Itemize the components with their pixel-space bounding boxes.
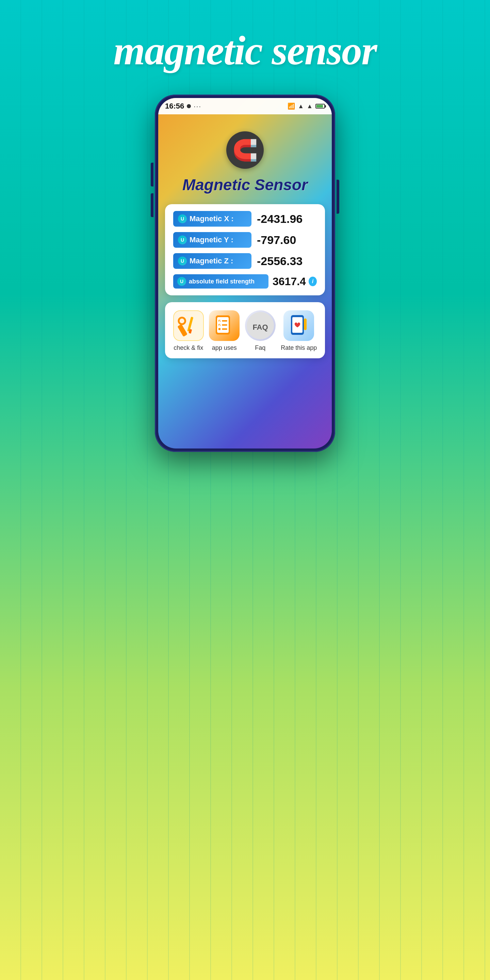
absolute-field-label: U absolute field strength bbox=[173, 274, 269, 288]
check-fix-icon bbox=[173, 310, 204, 341]
signal-icon: ▲ bbox=[298, 103, 304, 110]
app-uses-label: app uses bbox=[212, 344, 237, 352]
svg-point-2 bbox=[179, 318, 184, 323]
wrench-svg bbox=[177, 314, 200, 337]
faq-label: Faq bbox=[255, 344, 266, 352]
magnetic-x-value: -2431.96 bbox=[257, 212, 302, 226]
action-buttons-card: check & fix bbox=[165, 302, 325, 358]
magnetic-y-icon: U bbox=[178, 235, 187, 244]
svg-rect-8 bbox=[222, 320, 227, 321]
absolute-field-row: U absolute field strength 3617.4 i bbox=[173, 274, 317, 288]
magnetic-z-row: U Magnetic Z : -2556.33 bbox=[173, 253, 317, 269]
check-fix-button[interactable]: check & fix bbox=[173, 310, 204, 352]
rate-app-svg bbox=[287, 314, 311, 337]
magnetic-z-icon: U bbox=[178, 256, 187, 266]
status-time: 16:56 bbox=[165, 102, 184, 111]
volume-up-button bbox=[151, 163, 153, 186]
app-name: Magnetic Sensor bbox=[182, 176, 308, 194]
app-uses-icon bbox=[209, 310, 240, 341]
magnetic-z-label: U Magnetic Z : bbox=[173, 253, 251, 269]
app-icon: 🧲 bbox=[226, 131, 264, 169]
svg-rect-17 bbox=[304, 318, 307, 330]
status-bar: 16:56 ··· 📶 ▲ ▲ bbox=[158, 98, 332, 115]
magnet-icon: 🧲 bbox=[232, 138, 258, 162]
chat-icon bbox=[187, 104, 191, 108]
app-uses-svg bbox=[212, 314, 236, 337]
rate-app-icon bbox=[283, 310, 314, 341]
info-icon[interactable]: i bbox=[309, 277, 317, 286]
svg-rect-0 bbox=[177, 324, 188, 337]
magnetic-y-value: -797.60 bbox=[257, 234, 296, 247]
magnetic-z-label-text: Magnetic Z : bbox=[189, 256, 233, 266]
sensor-data-card: U Magnetic X : -2431.96 U Magnetic Y : -… bbox=[165, 204, 325, 295]
phone-screen: 16:56 ··· 📶 ▲ ▲ 🧲 bbox=[158, 98, 332, 449]
svg-text:FAQ: FAQ bbox=[253, 323, 268, 331]
magnetic-y-row: U Magnetic Y : -797.60 bbox=[173, 232, 317, 248]
magnetic-y-label-text: Magnetic Y : bbox=[189, 235, 234, 244]
menu-dots-icon: ··· bbox=[194, 102, 202, 110]
absolute-field-value: 3617.4 bbox=[272, 275, 306, 288]
status-icons-group: 📶 ▲ ▲ bbox=[288, 102, 325, 110]
faq-icon: FAQ bbox=[245, 310, 275, 341]
rate-app-button[interactable]: Rate this app bbox=[281, 310, 317, 352]
svg-rect-11 bbox=[218, 328, 221, 330]
app-content: 🧲 Magnetic Sensor U Magnetic X : -2431.9… bbox=[158, 115, 332, 449]
magnetic-x-label: U Magnetic X : bbox=[173, 211, 251, 227]
phone-frame: 16:56 ··· 📶 ▲ ▲ 🧲 bbox=[155, 95, 335, 452]
faq-svg: FAQ bbox=[245, 310, 275, 341]
signal-icon2: ▲ bbox=[307, 103, 313, 110]
phone-mockup: 16:56 ··· 📶 ▲ ▲ 🧲 bbox=[155, 95, 335, 452]
page-title: magnetic sensor bbox=[113, 27, 376, 74]
battery-icon bbox=[315, 104, 325, 108]
svg-rect-10 bbox=[222, 324, 227, 326]
magnetic-x-row: U Magnetic X : -2431.96 bbox=[173, 211, 317, 227]
svg-rect-12 bbox=[222, 328, 227, 330]
absolute-field-icon: U bbox=[177, 277, 186, 286]
power-button bbox=[337, 180, 339, 214]
volume-down-button bbox=[151, 193, 153, 217]
magnetic-z-value: -2556.33 bbox=[257, 255, 302, 268]
magnetic-x-label-text: Magnetic X : bbox=[189, 215, 234, 223]
faq-button[interactable]: FAQ Faq bbox=[245, 310, 275, 352]
absolute-field-label-text: absolute field strength bbox=[189, 278, 255, 285]
wifi-icon: 📶 bbox=[288, 102, 295, 110]
rate-app-label: Rate this app bbox=[281, 344, 317, 352]
magnetic-x-icon: U bbox=[178, 215, 187, 223]
magnetic-y-label: U Magnetic Y : bbox=[173, 232, 251, 248]
check-fix-label: check & fix bbox=[173, 344, 203, 352]
app-uses-button[interactable]: app uses bbox=[209, 310, 240, 352]
